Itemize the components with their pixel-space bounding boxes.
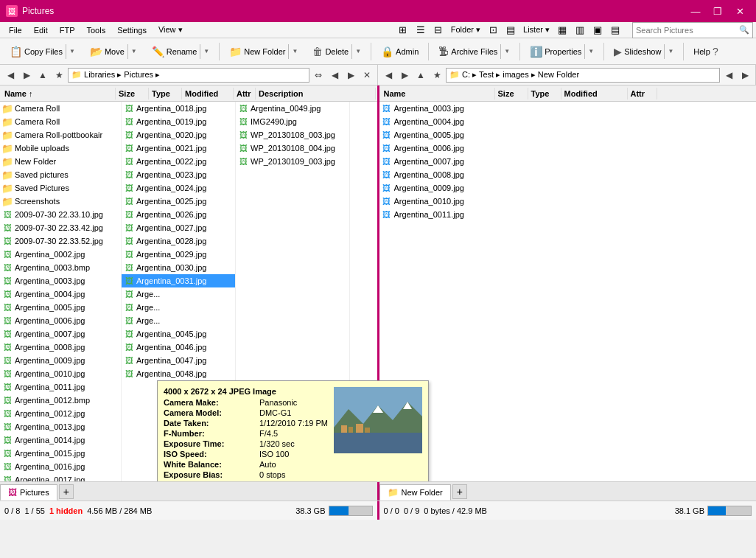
right-col-modified[interactable]: Modified — [561, 88, 628, 100]
history-button[interactable]: ★ — [52, 68, 66, 83]
right-back-button[interactable]: ◀ — [381, 68, 396, 83]
right-col-size[interactable]: Size — [495, 88, 528, 100]
list-item[interactable]: 🖼Argentina_0046.jpg — [122, 341, 235, 354]
right-up-button[interactable]: ▲ — [413, 68, 428, 83]
list-item[interactable]: 📁Camera Roll-pottbookair — [0, 128, 121, 142]
back-button[interactable]: ◀ — [3, 68, 18, 83]
list-item[interactable]: 🖼Argentina_0013.jpg — [0, 420, 121, 433]
list-item[interactable]: 🖼Argentina_0014.jpg — [0, 433, 121, 447]
list-item[interactable]: 📁Camera Roll — [0, 102, 121, 115]
list-item[interactable]: 🖼Argentina_0009.jpg — [379, 181, 757, 195]
rename-button[interactable]: ✏️ Rename ▼ — [145, 41, 217, 62]
view-btn-7[interactable]: ▥ — [572, 22, 588, 38]
list-item[interactable]: 🖼WP_20130109_003.jpg — [236, 155, 349, 168]
list-item[interactable]: 🖼Argentina_0010.jpg — [0, 367, 121, 380]
menu-edit[interactable]: Edit — [28, 24, 54, 36]
list-item[interactable]: 🖼Argentina_0002.jpg — [0, 248, 121, 261]
admin-button[interactable]: 🔒 Admin — [374, 41, 425, 62]
list-item[interactable]: 🖼Argentina_0026.jpg — [122, 208, 235, 221]
help-button[interactable]: Help ? — [687, 41, 724, 62]
folder-menu[interactable]: Folder ▾ — [448, 25, 483, 35]
list-item[interactable]: 🖼Argentina_0012.jpg — [0, 407, 121, 420]
view-btn-2[interactable]: ☰ — [413, 22, 429, 38]
minimize-button[interactable]: — — [685, 3, 706, 19]
list-item[interactable]: 🖼IMG2490.jpg — [236, 115, 349, 128]
lister-menu[interactable]: Lister ▾ — [520, 25, 553, 35]
close-pane-button[interactable]: ✕ — [360, 68, 374, 83]
list-item[interactable]: 🖼Argentina_0010.jpg — [379, 195, 757, 208]
slideshow-button[interactable]: ▶ Slideshow ▼ — [607, 41, 680, 62]
list-item[interactable]: 🖼2009-07-30 22.33.52.jpg — [0, 234, 121, 248]
list-item[interactable]: 🖼2009-07-30 22.33.42.jpg — [0, 221, 121, 234]
list-item[interactable]: 🖼2009-07-30 22.33.10.jpg — [0, 208, 121, 221]
delete-button[interactable]: 🗑 Delete ▼ — [306, 41, 368, 62]
menu-file[interactable]: File — [3, 24, 28, 36]
right-prev-tab-button[interactable]: ◀ — [721, 68, 736, 83]
list-item[interactable]: 📁Camera Roll — [0, 115, 121, 128]
list-item[interactable]: 🖼Argentina_0045.jpg — [122, 327, 235, 341]
next-tab-button[interactable]: ▶ — [343, 68, 358, 83]
list-item[interactable]: 🖼Argentina_0005.jpg — [0, 301, 121, 314]
col-type[interactable]: Type — [149, 88, 182, 100]
list-item[interactable]: 🖼Argentina_0004.jpg — [0, 287, 121, 301]
view-btn-4[interactable]: ⊡ — [485, 22, 501, 38]
list-item[interactable]: 🖼Argentina_0011.jpg — [379, 208, 757, 221]
list-item[interactable]: 🖼Argentina_0004.jpg — [379, 115, 757, 128]
list-item[interactable]: 🖼Arge... — [122, 301, 235, 314]
list-item[interactable]: 🖼Argentina_0003.jpg — [379, 102, 757, 115]
add-left-tab-button[interactable]: + — [59, 484, 74, 499]
menu-tools[interactable]: Tools — [80, 24, 111, 36]
col-name[interactable]: Name ↑ — [1, 88, 116, 100]
add-right-tab-button[interactable]: + — [452, 484, 467, 499]
list-item[interactable]: 📁Saved Pictures — [0, 181, 121, 195]
list-item[interactable]: 🖼Argentina_0008.jpg — [0, 341, 121, 354]
properties-button[interactable]: ℹ️ Properties ▼ — [523, 41, 601, 62]
list-item[interactable]: 🖼Argentina_0024.jpg — [122, 181, 235, 195]
list-item[interactable]: 🖼Argentina_0048.jpg — [122, 367, 235, 380]
list-item[interactable]: 🖼Argentina_0030.jpg — [122, 261, 235, 274]
left-address-box[interactable]: 📁 Libraries ▸ Pictures ▸ — [68, 68, 309, 83]
list-item[interactable]: 🖼Argentina_0007.jpg — [0, 327, 121, 341]
list-item[interactable]: 🖼WP_20130108_003.jpg — [236, 128, 349, 142]
list-item[interactable]: 🖼Argentina_0047.jpg — [122, 354, 235, 367]
list-item[interactable]: 🖼Argentina_0027.jpg — [122, 221, 235, 234]
right-forward-button[interactable]: ▶ — [397, 68, 412, 83]
list-item[interactable]: 🖼Argentina_0019.jpg — [122, 115, 235, 128]
move-button[interactable]: 📂 Move ▼ — [83, 41, 144, 62]
list-item[interactable]: 🖼WP_20130108_004.jpg — [236, 142, 349, 155]
list-item[interactable]: 🖼Argentina_0028.jpg — [122, 234, 235, 248]
list-item[interactable]: 📁Screenshots — [0, 195, 121, 208]
prev-tab-button[interactable]: ◀ — [327, 68, 342, 83]
view-btn-6[interactable]: ▦ — [554, 22, 570, 38]
list-item[interactable]: 🖼Argentina_0017.jpg — [0, 473, 121, 481]
right-file-list[interactable]: 🖼Argentina_0003.jpg 🖼Argentina_0004.jpg … — [379, 102, 757, 481]
col-attr[interactable]: Attr — [234, 88, 256, 100]
copy-files-button[interactable]: 📋 Copy Files ▼ — [3, 41, 82, 62]
view-btn-3[interactable]: ⊟ — [430, 22, 447, 38]
list-item-selected[interactable]: 🖼Argentina_0031.jpg — [122, 274, 235, 287]
right-col-name[interactable]: Name — [381, 88, 495, 100]
list-item[interactable]: 🖼Argentina_0006.jpg — [379, 142, 757, 155]
list-item[interactable]: 🖼Argentina_0008.jpg — [379, 168, 757, 181]
left-tab-pictures[interactable]: 🖼 Pictures — [0, 484, 57, 501]
new-folder-button[interactable]: 📁 New Folder ▼ — [223, 41, 304, 62]
right-col-attr[interactable]: Attr — [628, 88, 657, 100]
view-btn-5[interactable]: ▤ — [503, 22, 519, 38]
list-item[interactable]: 🖼Argentina_0006.jpg — [0, 314, 121, 327]
right-next-tab-button[interactable]: ▶ — [738, 68, 752, 83]
list-item[interactable]: 🖼Argentina_0022.jpg — [122, 155, 235, 168]
archive-files-button[interactable]: 🗜 Archive Files ▼ — [432, 41, 517, 62]
list-item[interactable]: 🖼Arge... — [122, 314, 235, 327]
list-item[interactable]: 📁Saved pictures — [0, 168, 121, 181]
list-item[interactable]: 🖼Arge... — [122, 287, 235, 301]
list-item[interactable]: 🖼Argentina_0029.jpg — [122, 248, 235, 261]
close-button[interactable]: ✕ — [729, 3, 750, 19]
right-address-box[interactable]: 📁 C: ▸ Test ▸ images ▸ New Folder — [446, 68, 720, 83]
list-item[interactable]: 🖼Argentina_0009.jpg — [0, 354, 121, 367]
col-size[interactable]: Size — [116, 88, 149, 100]
list-item[interactable]: 🖼Argentina_0018.jpg — [122, 102, 235, 115]
list-item[interactable]: 📁New Folder — [0, 155, 121, 168]
forward-button[interactable]: ▶ — [19, 68, 34, 83]
list-item[interactable]: 🖼Argentina_0023.jpg — [122, 168, 235, 181]
list-item[interactable]: 📁Mobile uploads — [0, 142, 121, 155]
